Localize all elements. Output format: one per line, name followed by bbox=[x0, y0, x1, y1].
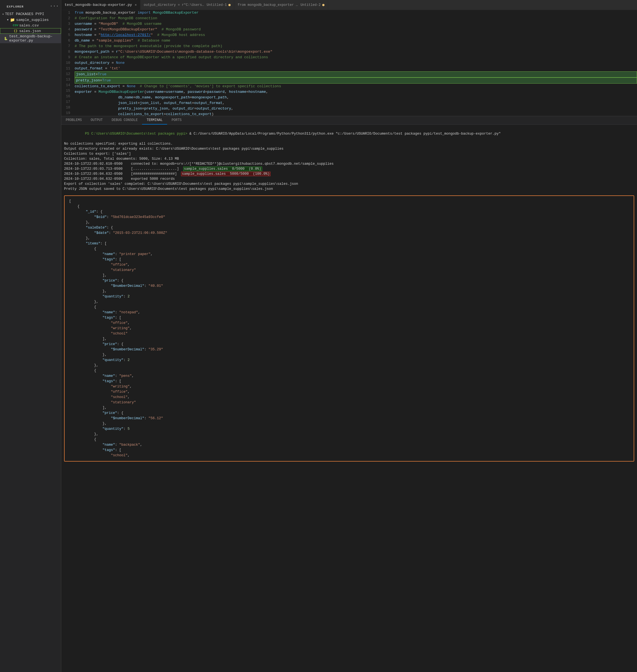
tab-output[interactable]: OUTPUT bbox=[86, 116, 107, 125]
sidebar-title: EXPLORER bbox=[3, 2, 27, 10]
json-line-20: }, bbox=[69, 299, 629, 305]
sidebar-item-label: sales.json bbox=[19, 29, 41, 33]
json-line-32: }, bbox=[69, 363, 629, 368]
json-line-19: "quantity": 2 bbox=[69, 294, 629, 299]
code-line-13: output_directory = None bbox=[75, 60, 637, 66]
terminal-line-4: Collections to export: ['sales'] bbox=[64, 151, 634, 156]
tab-problems[interactable]: PROBLEMS bbox=[61, 116, 86, 125]
code-line-20: json_list=json_list, output_format=outpu… bbox=[75, 100, 637, 106]
json-line-48: "tags": [ bbox=[69, 448, 629, 453]
json-line-8: }, bbox=[69, 236, 629, 241]
code-line-6: hostname = "http://localhost:27017/" # M… bbox=[75, 32, 637, 38]
json-line-17: "$numberDecimal": "40.01" bbox=[69, 283, 629, 289]
code-line-19: db_name=db_name, mongoexport_path=mongoe… bbox=[75, 95, 637, 100]
json-line-31: "quantity": 2 bbox=[69, 358, 629, 363]
folder-icon: 📁 bbox=[10, 18, 15, 22]
sidebar: EXPLORER ··· ▾ TEST PACKAGES PYPI ▾ 📁 sa… bbox=[0, 0, 61, 672]
terminal-line-2: No collections specified; exporting all … bbox=[64, 141, 634, 146]
sidebar-section-label-text: TEST PACKAGES PYPI bbox=[5, 12, 44, 16]
sidebar-item-sales-csv[interactable]: CSV sales.csv bbox=[0, 22, 61, 28]
json-line-41: "price": { bbox=[69, 410, 629, 416]
json-line-2: { bbox=[69, 204, 629, 209]
json-line-16: "price": { bbox=[69, 278, 629, 283]
csv-icon: CSV bbox=[13, 23, 18, 28]
json-line-5: }, bbox=[69, 220, 629, 225]
panel-tab-bar: PROBLEMS OUTPUT DEBUG CONSOLE TERMINAL P… bbox=[61, 116, 637, 125]
json-line-1: [ bbox=[69, 199, 629, 204]
unsaved-dot-icon bbox=[229, 4, 231, 6]
tab-close-icon[interactable]: ✕ bbox=[135, 3, 137, 7]
json-line-21: { bbox=[69, 305, 629, 310]
json-line-33: { bbox=[69, 368, 629, 373]
json-line-26: "school" bbox=[69, 331, 629, 336]
json-line-6: "saleDate": { bbox=[69, 225, 629, 230]
terminal-line-6: 2024-10-13T22:05:02.610-0500 connected t… bbox=[64, 161, 634, 166]
json-line-28: "price": { bbox=[69, 342, 629, 347]
tab-bar: test_mongodb-backup-exporter.py ✕ output… bbox=[61, 0, 637, 10]
tab-test-py[interactable]: test_mongodb-backup-exporter.py ✕ bbox=[61, 0, 140, 10]
sidebar-section[interactable]: ▾ TEST PACKAGES PYPI bbox=[0, 11, 61, 17]
tab-ports[interactable]: PORTS bbox=[167, 116, 186, 125]
json-line-14: "stationary" bbox=[69, 268, 629, 273]
json-line-11: "name": "printer paper", bbox=[69, 252, 629, 257]
json-line-47: "name": "backpack", bbox=[69, 442, 629, 448]
json-line-25: "writing", bbox=[69, 326, 629, 331]
code-line-9: # The path to the mongoexport executable… bbox=[75, 43, 637, 49]
code-line-5: password = "TestMongoDBBackupExporter" #… bbox=[75, 27, 637, 32]
tab-label-short: Untitled-1 bbox=[207, 3, 227, 7]
json-line-44: "quantity": 5 bbox=[69, 426, 629, 432]
code-editor[interactable]: 12345 678910 1112131415 1617181920 21222… bbox=[61, 10, 637, 116]
code-content: from mongodb_backup_exporter import Mong… bbox=[74, 10, 637, 116]
json-line-43: }, bbox=[69, 421, 629, 426]
json-line-7: "$date": "2015-03-23T21:06:49.500Z" bbox=[69, 230, 629, 236]
code-line-1: from mongodb_backup_exporter import Mong… bbox=[75, 10, 637, 16]
tab-untitled-2[interactable]: from mongodb_backup_exporter import Mong… bbox=[234, 0, 328, 10]
json-line-49: "school", bbox=[69, 453, 629, 458]
json-line-22: "name": "notepad", bbox=[69, 310, 629, 315]
sidebar-item-label: test_mongodb-backup-exporter.py bbox=[9, 34, 58, 43]
sidebar-item-test-py[interactable]: 🐍 test_mongodb-backup-exporter.py bbox=[0, 34, 61, 43]
editor-area: test_mongodb-backup-exporter.py ✕ output… bbox=[61, 0, 637, 672]
code-line-14: output_format = 'txt' bbox=[75, 66, 637, 71]
code-line-10: mongoexport_path = r"C:\Users\USUARIO\Do… bbox=[75, 49, 637, 55]
app-container: EXPLORER ··· ▾ TEST PACKAGES PYPI ▾ 📁 sa… bbox=[0, 0, 637, 672]
tab-label: test_mongodb-backup-exporter.py bbox=[65, 3, 132, 7]
tab-label: output_directory = r"C:\Users\USUARIO\Do bbox=[144, 3, 205, 7]
sidebar-item-sales-json[interactable]: {} sales.json bbox=[0, 28, 61, 34]
json-line-38: "school", bbox=[69, 395, 629, 400]
sidebar-item-label: sample_supplies bbox=[16, 18, 49, 22]
code-line-3: # Configuration for MongoDB connection bbox=[75, 16, 637, 21]
json-line-36: "writing", bbox=[69, 384, 629, 389]
line-numbers: 12345 678910 1112131415 1617181920 21222… bbox=[61, 10, 74, 116]
tab-untitled-1[interactable]: output_directory = r"C:\Users\USUARIO\Do… bbox=[140, 0, 234, 10]
unsaved-dot-icon-2 bbox=[322, 4, 325, 6]
json-line-24: "office", bbox=[69, 320, 629, 326]
terminal-line-8: 2024-10-13T22:05:04.632-0500 [##########… bbox=[64, 172, 634, 176]
json-line-10: { bbox=[69, 246, 629, 252]
sidebar-item-label: sales.csv bbox=[19, 23, 39, 28]
json-line-42: "$numberDecimal": "56.12" bbox=[69, 416, 629, 421]
progress-zero: sample_supplies.sales 0/5000 (0.0%) bbox=[183, 167, 262, 171]
json-line-37: "office", bbox=[69, 389, 629, 395]
progress-complete: sample_supplies.sales 5000/5000 (100.0%) bbox=[181, 172, 271, 176]
json-line-18: }, bbox=[69, 289, 629, 294]
json-line-4: "$oid": "5bd761dcae323e45a93ccfe0" bbox=[69, 215, 629, 220]
code-line-12: # Create an instance of MongoDBExporter … bbox=[75, 55, 637, 60]
json-line-15: ], bbox=[69, 273, 629, 278]
folder-arrow-icon: ▾ bbox=[7, 18, 9, 22]
sidebar-item-sample-supplies[interactable]: ▾ 📁 sample_supplies bbox=[0, 17, 61, 22]
json-line-40: ], bbox=[69, 405, 629, 410]
json-line-45: }, bbox=[69, 432, 629, 437]
tab-terminal[interactable]: TERMINAL bbox=[142, 116, 167, 125]
terminal-line-11: Pretty JSON output saved to C:\Users\USU… bbox=[64, 187, 634, 192]
json-line-13: "office", bbox=[69, 262, 629, 268]
json-line-9: "items": [ bbox=[69, 241, 629, 246]
sidebar-more-icon[interactable]: ··· bbox=[50, 3, 59, 9]
json-line-12: "tags": [ bbox=[69, 257, 629, 262]
tab-debug-console[interactable]: DEBUG CONSOLE bbox=[107, 116, 142, 125]
tab-label: from mongodb_backup_exporter import Mong bbox=[238, 3, 299, 7]
terminal-content: PS C:\Users\USUARIO\Documents\test packa… bbox=[61, 125, 637, 193]
code-line-16: pretty_json=True bbox=[75, 77, 637, 84]
json-line-34: "name": "pens", bbox=[69, 373, 629, 379]
code-line-7: db_name = "sample_supplies" # Database n… bbox=[75, 38, 637, 43]
